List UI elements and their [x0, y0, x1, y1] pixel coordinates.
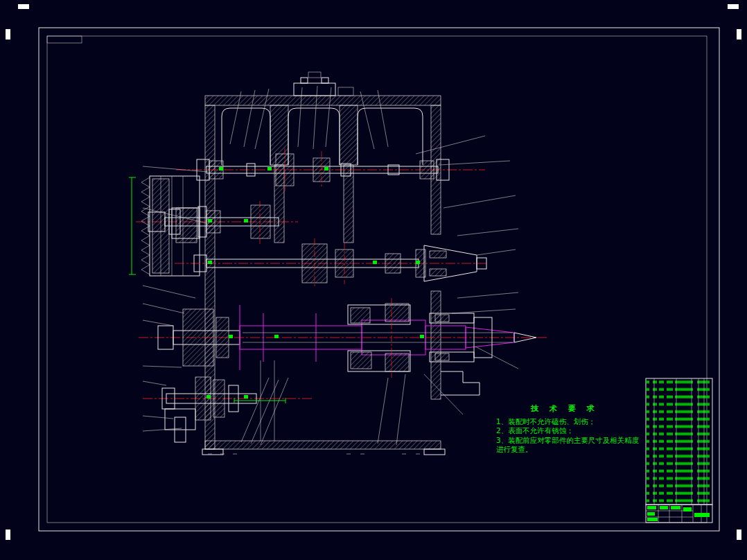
cad-drawing-canvas	[0, 0, 747, 560]
technical-requirement-item: 进行复查。	[496, 445, 676, 455]
revision-strip	[47, 36, 82, 43]
title-block	[646, 505, 712, 523]
corner-marks	[6, 4, 741, 540]
technical-requirements: 技 术 要 求 1、装配时不允许磕伤、划伤； 2、表面不允许有锈蚀； 3、装配前…	[496, 404, 676, 455]
gearbox-assembly-drawing	[129, 72, 549, 455]
output-shaft	[139, 298, 549, 378]
lower-gear-assembly	[143, 377, 312, 442]
middle-shaft	[175, 238, 486, 288]
technical-requirement-item: 2、表面不允许有锈蚀；	[496, 426, 676, 436]
technical-requirement-item: 1、装配时不允许磕伤、划伤；	[496, 417, 676, 427]
technical-requirements-title: 技 术 要 求	[531, 404, 676, 414]
technical-requirement-item: 3、装配前应对零部件的主要尺寸及相关精度	[496, 436, 676, 446]
cad-preview-stage: 技 术 要 求 1、装配时不允许磕伤、划伤； 2、表面不允许有锈蚀； 3、装配前…	[0, 0, 747, 560]
